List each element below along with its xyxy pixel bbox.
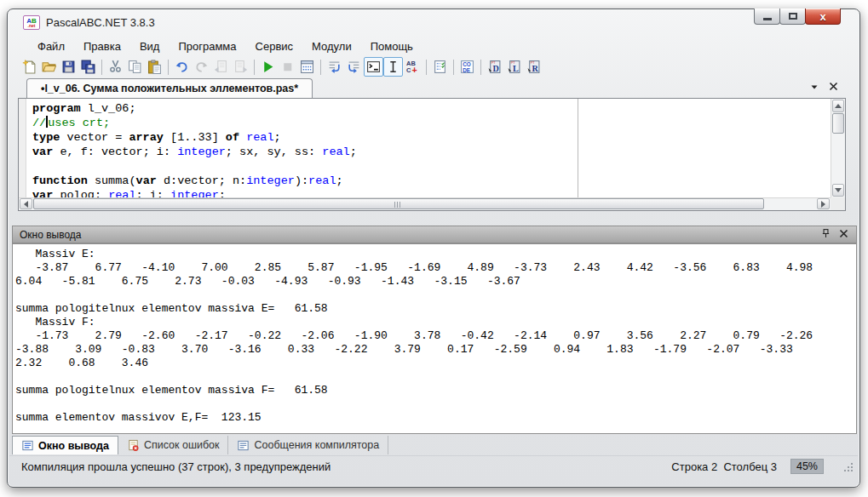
menu-item[interactable]: Модули <box>302 37 361 55</box>
horizontal-scroll-thumb[interactable] <box>33 198 764 209</box>
menu-item[interactable]: Сервис <box>246 37 303 55</box>
scroll-right-button[interactable] <box>817 198 830 209</box>
editor-split-line <box>578 99 578 197</box>
save-button[interactable] <box>59 57 78 77</box>
code-segment: ): <box>295 174 308 187</box>
save-all-button[interactable] <box>78 57 98 77</box>
nav-forward-icon <box>233 60 248 74</box>
program-output-text: Massiv E: -3.87 6.77 -4.10 7.00 2.85 5.8… <box>13 244 856 425</box>
show-form-button[interactable] <box>297 57 317 77</box>
todo-list-icon <box>433 60 447 74</box>
menu-item[interactable]: Помощь <box>361 37 423 55</box>
close-document-button[interactable] <box>828 81 839 92</box>
doc-d-icon: PTD <box>487 60 502 74</box>
new-file-button[interactable] <box>20 57 39 77</box>
paste-button[interactable] <box>145 57 164 77</box>
bottom-tab[interactable]: Окно вывода <box>12 436 118 454</box>
scrollbar-corner <box>831 197 845 210</box>
code-segment: integer <box>170 189 219 197</box>
ibeam-toggle-button[interactable] <box>383 57 403 77</box>
maximize-icon <box>789 13 797 20</box>
editor-zoom-badge: 45% <box>790 459 824 474</box>
close-panel-button[interactable] <box>838 227 849 243</box>
toolbar-separator <box>101 60 102 75</box>
indent-right-button[interactable] <box>344 57 364 77</box>
console-toggle-button[interactable] <box>364 57 383 77</box>
minimize-button[interactable] <box>754 9 780 25</box>
scroll-down-button[interactable] <box>832 184 844 197</box>
nav-forward-button[interactable] <box>231 57 250 77</box>
abc-plus-button[interactable]: ABC+ <box>403 57 423 77</box>
maximize-button[interactable] <box>779 9 806 25</box>
doc-d-button[interactable]: PTD <box>485 57 504 77</box>
show-form-icon <box>300 60 314 74</box>
code-segment: integer <box>177 146 226 158</box>
menu-item[interactable]: Правка <box>74 37 130 55</box>
todo-list-button[interactable] <box>430 57 450 77</box>
redo-icon <box>194 60 209 74</box>
scroll-left-button[interactable] <box>20 198 32 209</box>
code-template-button[interactable]: CODE <box>457 57 477 77</box>
code-segment: d:vector; n: <box>157 174 246 187</box>
undo-icon <box>175 60 189 74</box>
svg-text:C: C <box>406 66 411 74</box>
run-button[interactable] <box>258 57 278 77</box>
code-segment: summa( <box>88 174 136 187</box>
code-line: var polog: real; i: integer; <box>32 188 831 197</box>
doc-r-button[interactable]: PTR <box>524 57 543 77</box>
cut-button[interactable] <box>106 57 125 77</box>
code-segment: ; sx, sy, ss: <box>226 146 322 158</box>
bottom-panel-tabs: Окно выводаСписок ошибокСообщения компил… <box>12 436 388 454</box>
document-tab-label: •l_v_06. Сумма положительных эллементов.… <box>41 83 298 94</box>
bottom-tab[interactable]: Сообщения компилятора <box>228 436 388 454</box>
compile-status-message: Компиляция прошла успешно (37 строк), 3 … <box>21 460 671 473</box>
code-segment: ; <box>219 189 226 197</box>
document-tab[interactable]: •l_v_06. Сумма положительных эллементов.… <box>26 78 313 98</box>
indent-left-icon <box>327 60 342 74</box>
code-segment: l_v_06; <box>81 102 136 115</box>
bottom-tab-label: Сообщения компилятора <box>254 439 379 451</box>
toolbar-separator <box>168 60 169 75</box>
editor-horizontal-scrollbar[interactable] <box>19 197 831 210</box>
indent-left-button[interactable] <box>325 57 344 77</box>
nav-back-button[interactable] <box>211 57 231 77</box>
tab-list-dropdown-button[interactable] <box>809 82 819 92</box>
menu-item[interactable]: Вид <box>130 37 170 55</box>
output-panel-body: Massiv E: -3.87 6.77 -4.10 7.00 2.85 5.8… <box>12 243 857 434</box>
copy-button[interactable] <box>125 57 145 77</box>
code-editor: program l_v_06;//uses crt;type vector = … <box>18 98 846 211</box>
undo-button[interactable] <box>172 57 192 77</box>
menu-item[interactable]: Программа <box>169 37 245 55</box>
output-window-icon <box>21 439 34 452</box>
stop-button[interactable] <box>278 57 297 77</box>
code-area[interactable]: program l_v_06;//uses crt;type vector = … <box>26 99 831 197</box>
arrow-left-icon <box>24 201 28 208</box>
minimize-icon <box>763 18 772 20</box>
svg-text:D: D <box>492 64 498 73</box>
editor-vertical-scrollbar[interactable] <box>831 99 845 197</box>
paste-icon <box>147 60 162 74</box>
code-segment <box>239 131 246 144</box>
resize-grip[interactable] <box>843 462 854 473</box>
status-bar: Компиляция прошла успешно (37 строк), 3 … <box>9 455 858 477</box>
doc-l-button[interactable]: PTL <box>504 57 524 77</box>
code-segment: e, f: vector; i: <box>53 146 177 158</box>
window-title: PascalABC.NET 3.8.3 <box>46 16 155 29</box>
code-segment: ; <box>336 174 343 187</box>
caption-buttons: x <box>755 9 841 25</box>
arrow-down-icon <box>835 188 842 192</box>
redo-button[interactable] <box>192 57 211 77</box>
bottom-tab-label: Окно вывода <box>38 440 109 452</box>
open-file-button[interactable] <box>39 57 59 77</box>
code-segment: // <box>32 117 46 129</box>
bottom-tab[interactable]: Список ошибок <box>118 436 229 454</box>
code-segment: type <box>32 131 60 144</box>
svg-text:R: R <box>532 64 538 73</box>
scroll-up-button[interactable] <box>832 100 844 112</box>
close-button[interactable]: x <box>805 9 841 25</box>
menu-item[interactable]: Файл <box>28 37 74 55</box>
vertical-scroll-thumb[interactable] <box>832 113 844 134</box>
bottom-tab-label: Список ошибок <box>144 439 220 451</box>
pin-panel-button[interactable] <box>820 227 831 243</box>
code-segment: var <box>136 174 157 187</box>
